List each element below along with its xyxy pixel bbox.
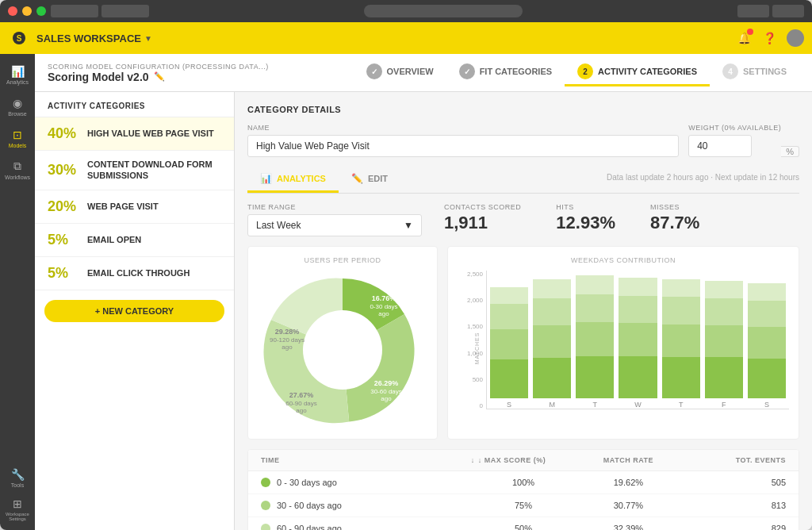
sidebar-item-models[interactable]: ⊡ Models bbox=[3, 124, 32, 152]
td-score-2: 50% bbox=[471, 524, 576, 530]
notification-icon[interactable]: 🔔 bbox=[736, 30, 752, 46]
tab-edit[interactable]: ✏️ EDIT bbox=[339, 167, 400, 193]
edit-title-icon[interactable]: ✏️ bbox=[154, 71, 165, 82]
url-bar[interactable] bbox=[364, 5, 523, 17]
category-item-3[interactable]: 5% EMAIL OPEN bbox=[35, 224, 234, 257]
models-icon: ⊡ bbox=[13, 129, 22, 141]
svg-point-2 bbox=[303, 310, 382, 390]
bar-seg-1-M bbox=[533, 358, 571, 398]
svg-text:16.76%: 16.76% bbox=[372, 294, 396, 302]
bar-seg-1-W bbox=[619, 356, 657, 398]
wizard-step-fit-categories[interactable]: ✓ FIT CATEGORIES bbox=[446, 59, 565, 86]
bar-seg-1-T2 bbox=[662, 357, 700, 398]
sidebar-item-workspace-settings[interactable]: ⊞ Workspace Settings bbox=[3, 495, 32, 524]
bar-label-M: M bbox=[549, 401, 555, 409]
minimize-button[interactable] bbox=[22, 6, 32, 16]
sidebar-item-workflows[interactable]: ⧉ Workflows bbox=[3, 156, 32, 184]
bar-seg-3-S2 bbox=[748, 301, 786, 327]
y-tick-500: 500 bbox=[458, 376, 483, 383]
step2-icon: ✓ bbox=[459, 63, 475, 79]
stat-hits: HITS 12.93% bbox=[543, 203, 628, 236]
title-bar-actions bbox=[737, 5, 804, 17]
breadcrumb-bar: SCORING MODEL CONFIGURATION (Processing … bbox=[35, 54, 812, 92]
bar-seg-2-W bbox=[619, 323, 657, 356]
brand-caret: ▼ bbox=[144, 34, 152, 43]
svg-text:29.28%: 29.28% bbox=[275, 328, 300, 336]
tab-analytics[interactable]: 📊 ANALYTICS bbox=[247, 167, 339, 193]
td-events-1: 813 bbox=[681, 501, 786, 510]
bar-seg-4-T2 bbox=[662, 279, 700, 297]
category-item-1[interactable]: 30% CONTENT DOWNLOAD FORM SUBMISSIONS bbox=[35, 151, 234, 190]
wizard-steps: ✓ OVERVIEW ✓ FIT CATEGORIES 2 ACTIVITY C… bbox=[354, 59, 799, 86]
weight-field-group: WEIGHT (0% AVAILABLE) % bbox=[688, 124, 799, 157]
th-score: ↓ ↓ MAX SCORE (%) bbox=[471, 456, 576, 464]
help-icon[interactable]: ❓ bbox=[761, 30, 777, 46]
category-item-2[interactable]: 20% WEB PAGE VISIT bbox=[35, 190, 234, 224]
donut-chart: 16.76% 0-30 days ago 26.29% 30-60 days a… bbox=[263, 271, 422, 429]
wizard-step-settings[interactable]: 4 SETTINGS bbox=[710, 59, 799, 86]
category-item-4[interactable]: 5% EMAIL CLICK THROUGH bbox=[35, 257, 234, 290]
close-button[interactable] bbox=[8, 6, 17, 16]
title-bar-tabs bbox=[51, 5, 149, 17]
bar-seg-2-S2 bbox=[748, 327, 786, 359]
tab2[interactable] bbox=[102, 5, 149, 17]
user-avatar[interactable] bbox=[787, 29, 804, 47]
app-logo: S bbox=[8, 27, 30, 49]
bar-seg-1-S1 bbox=[490, 359, 528, 398]
step4-icon: 4 bbox=[722, 63, 738, 79]
new-category-button[interactable]: + NEW CATEGORY bbox=[44, 300, 224, 322]
td-score-0: 100% bbox=[471, 478, 576, 487]
y-axis-label: MATCHES bbox=[474, 332, 480, 364]
bar-chart-box: WEEKDAYS CONTRIBUTION 2,500 2,000 1,500 … bbox=[447, 246, 799, 440]
donut-chart-box: USERS PER PERIOD bbox=[247, 246, 438, 440]
bar-stack-T1 bbox=[576, 275, 614, 398]
charts-row: USERS PER PERIOD bbox=[247, 246, 799, 440]
edit-tab-icon: ✏️ bbox=[351, 173, 363, 184]
td-events-0: 505 bbox=[681, 478, 786, 487]
time-range-select[interactable]: Last Week ▼ bbox=[247, 214, 422, 236]
bar-seg-2-T2 bbox=[662, 325, 700, 357]
bar-stack-S2 bbox=[748, 283, 786, 398]
categories-panel-title: ACTIVITY CATEGORIES bbox=[35, 92, 234, 117]
category-name-1: CONTENT DOWNLOAD FORM SUBMISSIONS bbox=[87, 159, 221, 182]
maximize-button[interactable] bbox=[36, 6, 46, 16]
name-label: NAME bbox=[247, 124, 679, 132]
bar-seg-4-S1 bbox=[490, 287, 528, 304]
step1-icon: ✓ bbox=[366, 63, 382, 79]
detail-panel-title: CATEGORY DETAILS bbox=[247, 105, 799, 114]
weight-input[interactable] bbox=[688, 135, 752, 157]
nav-back[interactable] bbox=[737, 5, 769, 17]
bar-col-F: F bbox=[705, 281, 743, 409]
name-input[interactable] bbox=[247, 135, 679, 157]
nav-forward[interactable] bbox=[772, 5, 804, 17]
svg-text:ago: ago bbox=[381, 395, 392, 402]
wizard-step-activity-categories[interactable]: 2 ACTIVITY CATEGORIES bbox=[565, 59, 710, 86]
td-rate-0: 19.62% bbox=[576, 478, 680, 487]
y-tick-1500: 1,500 bbox=[458, 323, 483, 330]
td-rate-1: 30.77% bbox=[576, 501, 680, 510]
category-pct-0: 40% bbox=[48, 125, 79, 142]
time-range-label: TIME RANGE bbox=[247, 203, 422, 211]
td-time-0: 0 - 30 days ago bbox=[261, 478, 471, 487]
tab1[interactable] bbox=[51, 5, 98, 17]
bar-stack-M bbox=[533, 279, 571, 398]
sidebar-item-browse[interactable]: ◉ Browse bbox=[3, 92, 32, 121]
svg-text:90-120 days: 90-120 days bbox=[270, 336, 304, 344]
bar-seg-3-W bbox=[619, 296, 657, 324]
bar-seg-4-M bbox=[533, 279, 571, 298]
bar-seg-3-T1 bbox=[576, 294, 614, 323]
step3-icon: 2 bbox=[577, 63, 593, 79]
donut-chart-title: USERS PER PERIOD bbox=[258, 256, 427, 264]
svg-text:26.29%: 26.29% bbox=[374, 379, 399, 387]
svg-text:ago: ago bbox=[296, 407, 307, 414]
sidebar-item-analytics[interactable]: 📊 Analytics bbox=[3, 60, 32, 89]
brand-name[interactable]: SALES WORKSPACE ▼ bbox=[36, 33, 152, 44]
detail-tabs: 📊 ANALYTICS ✏️ EDIT Data last update 2 h… bbox=[247, 167, 799, 194]
td-rate-2: 32.39% bbox=[576, 524, 680, 530]
donut-svg: 16.76% 0-30 days ago 26.29% 30-60 days a… bbox=[263, 271, 422, 429]
categories-panel: ACTIVITY CATEGORIES 40% HIGH VALUE WEB P… bbox=[35, 92, 235, 530]
category-name-2: WEB PAGE VISIT bbox=[87, 201, 159, 212]
category-item-0[interactable]: 40% HIGH VALUE WEB PAGE VISIT bbox=[35, 117, 234, 151]
sidebar-item-tools[interactable]: 🔧 Tools bbox=[3, 463, 32, 492]
wizard-step-overview[interactable]: ✓ OVERVIEW bbox=[354, 59, 446, 86]
